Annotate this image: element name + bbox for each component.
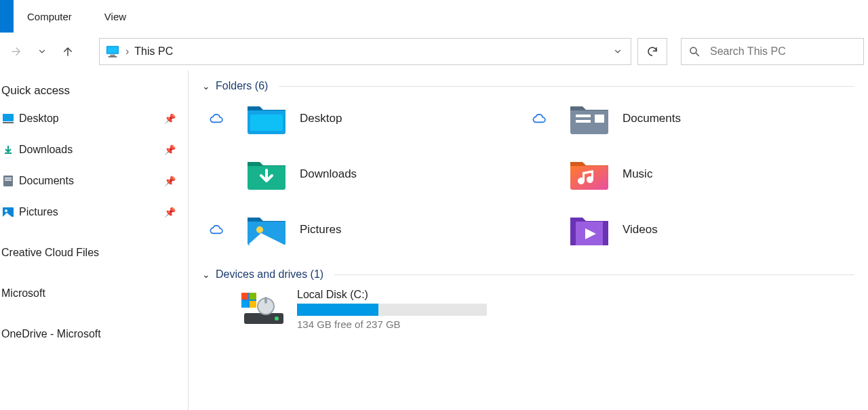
- sidebar: Quick access Desktop 📌 Downloads 📌 Docum…: [0, 70, 189, 410]
- folder-label: Documents: [623, 112, 681, 125]
- svg-rect-1: [107, 47, 117, 53]
- nav-forward-icon[interactable]: [8, 43, 24, 60]
- sidebar-item-pictures[interactable]: Pictures 📌: [0, 197, 188, 228]
- sidebar-item-creative-cloud[interactable]: Creative Cloud Files: [0, 237, 188, 268]
- svg-rect-21: [250, 293, 256, 300]
- breadcrumb-sep-icon: ›: [125, 45, 129, 58]
- drive-icon: [240, 291, 288, 328]
- svg-point-25: [275, 316, 279, 321]
- group-header-drives[interactable]: ⌄ Devices and drives (1): [202, 268, 854, 281]
- svg-rect-8: [5, 178, 12, 179]
- pin-icon: 📌: [164, 176, 176, 186]
- nav-up-icon[interactable]: [60, 43, 76, 60]
- navbar: › This PC: [0, 33, 868, 70]
- folder-label: Music: [623, 167, 652, 181]
- content-pane: ⌄ Folders (6) Desktop: [189, 70, 868, 410]
- group-title: Devices and drives (1): [216, 268, 323, 281]
- cloud-sync-icon: [532, 113, 556, 124]
- svg-rect-6: [3, 122, 14, 123]
- group-header-folders[interactable]: ⌄ Folders (6): [202, 80, 854, 92]
- desktop-icon: [1, 112, 15, 125]
- folder-icon: [567, 100, 612, 137]
- svg-rect-27: [264, 297, 267, 304]
- svg-rect-18: [603, 222, 608, 245]
- svg-rect-12: [250, 115, 283, 131]
- sidebar-item-desktop[interactable]: Desktop 📌: [0, 103, 188, 134]
- svg-rect-3: [108, 56, 117, 58]
- svg-point-16: [256, 226, 263, 233]
- folder-downloads[interactable]: Downloads: [209, 156, 532, 192]
- downloads-icon: [1, 143, 15, 157]
- pictures-icon: [1, 205, 15, 219]
- nav-recent-dropdown-icon[interactable]: [34, 43, 50, 60]
- svg-rect-17: [570, 222, 576, 245]
- sidebar-item-label: Creative Cloud Files: [1, 247, 99, 259]
- folder-label: Downloads: [300, 167, 357, 181]
- refresh-button[interactable]: [637, 38, 667, 65]
- folder-icon: [244, 156, 289, 192]
- svg-rect-7: [3, 176, 13, 186]
- sidebar-item-onedrive[interactable]: OneDrive - Microsoft: [0, 319, 188, 350]
- svg-point-4: [690, 47, 696, 54]
- ribbon-tab-computer[interactable]: Computer: [27, 11, 72, 22]
- group-title: Folders (6): [216, 80, 268, 92]
- breadcrumb-this-pc[interactable]: This PC: [134, 45, 173, 58]
- folder-icon: [567, 211, 612, 248]
- drive-usage-bar: [297, 304, 487, 316]
- folder-desktop[interactable]: Desktop: [209, 100, 532, 137]
- this-pc-icon: [105, 45, 120, 58]
- svg-rect-5: [3, 114, 14, 121]
- sidebar-item-label: Documents: [19, 175, 74, 187]
- svg-rect-2: [110, 55, 115, 56]
- svg-rect-20: [241, 293, 248, 300]
- chevron-down-icon: ⌄: [202, 81, 210, 91]
- sidebar-item-label: Desktop: [19, 112, 59, 125]
- sidebar-item-documents[interactable]: Documents 📌: [0, 165, 188, 197]
- svg-rect-9: [5, 180, 12, 181]
- svg-rect-22: [241, 301, 248, 308]
- svg-rect-23: [250, 301, 256, 308]
- chevron-down-icon: ⌄: [202, 269, 210, 280]
- svg-rect-14: [576, 120, 591, 123]
- documents-icon: [1, 174, 15, 188]
- folder-music[interactable]: Music: [532, 156, 854, 192]
- pin-icon: 📌: [164, 207, 176, 218]
- ribbon: Computer View: [0, 0, 868, 33]
- sidebar-quick-access[interactable]: Quick access: [0, 79, 188, 103]
- sidebar-item-downloads[interactable]: Downloads 📌: [0, 134, 188, 165]
- svg-rect-15: [595, 115, 604, 123]
- folder-icon: [567, 156, 612, 192]
- search-box[interactable]: [681, 38, 864, 65]
- folder-label: Desktop: [300, 112, 342, 125]
- folder-icon: [244, 100, 289, 137]
- folder-label: Pictures: [300, 223, 341, 237]
- search-icon: [688, 45, 701, 58]
- drive-free-text: 134 GB free of 237 GB: [297, 319, 487, 330]
- folder-pictures[interactable]: Pictures: [209, 211, 532, 248]
- sidebar-item-label: Microsoft: [1, 287, 45, 300]
- sidebar-item-microsoft[interactable]: Microsoft: [0, 278, 188, 309]
- sidebar-item-label: Downloads: [19, 144, 73, 156]
- drive-local-c[interactable]: Local Disk (C:) 134 GB free of 237 GB: [202, 289, 854, 330]
- svg-rect-13: [576, 115, 591, 117]
- search-input[interactable]: [710, 45, 856, 58]
- address-dropdown-icon[interactable]: [610, 47, 625, 56]
- sidebar-item-label: OneDrive - Microsoft: [1, 328, 101, 340]
- cloud-sync-icon: [209, 224, 233, 235]
- folder-icon: [244, 211, 289, 248]
- cloud-sync-icon: [209, 113, 233, 124]
- pin-icon: 📌: [164, 144, 176, 155]
- folder-label: Videos: [623, 223, 658, 237]
- address-bar[interactable]: › This PC: [99, 38, 631, 65]
- drive-name: Local Disk (C:): [297, 289, 487, 301]
- ribbon-tab-view[interactable]: View: [104, 11, 126, 22]
- svg-point-11: [5, 209, 7, 212]
- ribbon-file-block[interactable]: [0, 0, 14, 33]
- folder-videos[interactable]: Videos: [532, 211, 854, 248]
- sidebar-item-label: Pictures: [19, 206, 58, 218]
- pin-icon: 📌: [164, 113, 176, 124]
- folder-documents[interactable]: Documents: [532, 100, 854, 137]
